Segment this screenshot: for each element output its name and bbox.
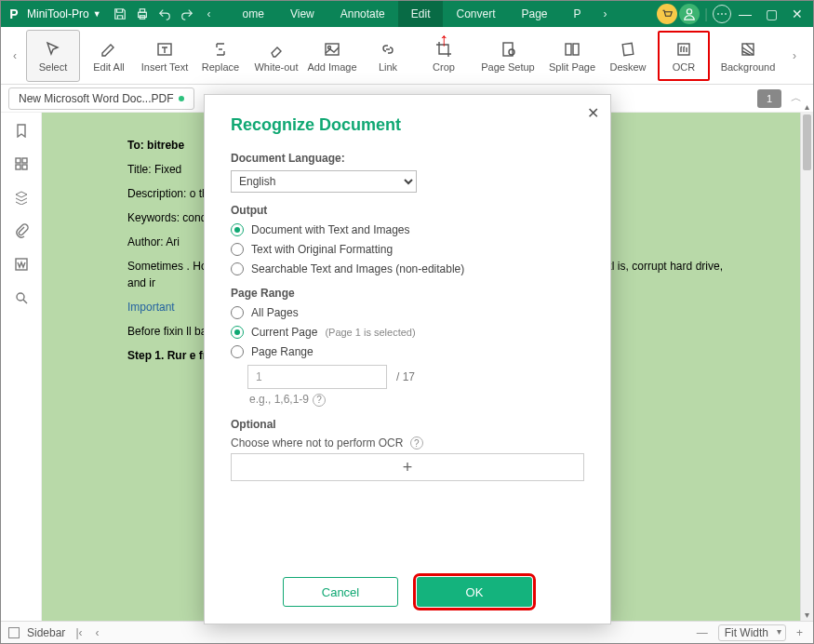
edit-icon bbox=[99, 39, 119, 60]
range-custom[interactable]: Page Range bbox=[231, 345, 584, 358]
eraser-icon bbox=[266, 39, 287, 60]
lang-select[interactable]: English bbox=[231, 170, 417, 193]
svg-rect-15 bbox=[22, 158, 27, 163]
radio-icon bbox=[231, 223, 244, 236]
close-button[interactable]: ✕ bbox=[785, 5, 809, 23]
radio-icon bbox=[231, 243, 244, 256]
page-range-input[interactable] bbox=[247, 365, 387, 389]
user-icon[interactable] bbox=[679, 4, 700, 24]
help-icon[interactable]: ? bbox=[313, 394, 326, 407]
tab-edit[interactable]: Edit bbox=[398, 1, 444, 27]
redo-icon[interactable] bbox=[178, 5, 196, 23]
replace-button[interactable]: Replace bbox=[194, 31, 247, 81]
crop-button[interactable]: Crop bbox=[418, 31, 470, 81]
thumbnails-icon[interactable] bbox=[11, 154, 32, 174]
image-icon bbox=[322, 39, 342, 60]
bookmark-icon[interactable] bbox=[11, 120, 32, 141]
radio-icon bbox=[231, 326, 244, 339]
search-icon[interactable] bbox=[11, 288, 32, 308]
app-logo-icon: P bbox=[5, 5, 23, 23]
cart-icon[interactable] bbox=[657, 4, 677, 24]
toolbar-scroll-left[interactable]: ‹ bbox=[7, 37, 23, 74]
vertical-scrollbar[interactable]: ▴ ▾ bbox=[800, 113, 813, 621]
zoom-select[interactable]: Fit Width bbox=[718, 624, 786, 641]
output-opt-0[interactable]: Document with Text and Images bbox=[231, 223, 584, 236]
select-button[interactable]: Select bbox=[27, 31, 79, 81]
svg-point-19 bbox=[17, 293, 24, 301]
background-icon bbox=[738, 39, 758, 60]
help-icon[interactable]: ? bbox=[410, 436, 423, 449]
app-title: MiniTool-Pro bbox=[27, 7, 89, 20]
document-tab[interactable]: New Microsoft Word Doc...PDF bbox=[8, 87, 194, 110]
zoom-in-icon[interactable]: + bbox=[794, 626, 806, 639]
range-example: e.g., 1,6,1-9? bbox=[249, 393, 584, 407]
split-page-button[interactable]: Split Page bbox=[546, 31, 598, 81]
add-image-button[interactable]: Add Image bbox=[306, 31, 358, 81]
tab-home[interactable]: ome bbox=[230, 1, 277, 27]
app-title-dropdown-icon[interactable]: ▼ bbox=[93, 9, 101, 19]
background-button[interactable]: Background bbox=[714, 31, 782, 81]
save-icon[interactable] bbox=[111, 5, 129, 23]
attachment-icon[interactable] bbox=[11, 221, 32, 241]
print-icon[interactable] bbox=[133, 5, 152, 23]
edit-all-button[interactable]: Edit All bbox=[83, 31, 135, 81]
output-opt-1[interactable]: Text with Original Formatting bbox=[231, 243, 584, 256]
minimize-button[interactable]: — bbox=[733, 5, 757, 23]
tab-page[interactable]: Page bbox=[509, 1, 561, 27]
white-out-button[interactable]: White-out bbox=[250, 31, 302, 81]
dialog-close-button[interactable]: ✕ bbox=[587, 104, 599, 122]
add-region-button[interactable]: + bbox=[231, 453, 584, 481]
tab-view[interactable]: View bbox=[277, 1, 327, 27]
svg-rect-16 bbox=[16, 165, 20, 169]
ok-button[interactable]: OK bbox=[417, 577, 532, 607]
scroll-down-icon[interactable]: ▾ bbox=[801, 608, 813, 621]
word-icon[interactable] bbox=[11, 254, 32, 275]
radio-icon bbox=[231, 345, 244, 358]
sidebar-label: Sidebar bbox=[27, 626, 65, 639]
tab-more[interactable]: P bbox=[561, 1, 594, 27]
insert-text-button[interactable]: Insert Text bbox=[139, 31, 191, 81]
layers-icon[interactable] bbox=[11, 187, 32, 208]
sidebar-checkbox[interactable] bbox=[8, 627, 20, 638]
zoom-out-icon[interactable]: — bbox=[694, 626, 711, 639]
svg-point-3 bbox=[687, 9, 691, 14]
chat-icon[interactable]: ⋯ bbox=[713, 5, 731, 23]
scrollbar-thumb[interactable] bbox=[803, 114, 811, 170]
link-button[interactable]: Link bbox=[362, 31, 414, 81]
svg-rect-9 bbox=[566, 44, 571, 55]
cancel-button[interactable]: Cancel bbox=[283, 577, 398, 607]
crop-icon bbox=[434, 39, 454, 60]
unsaved-dot-icon bbox=[179, 96, 184, 101]
tab-convert[interactable]: Convert bbox=[443, 1, 508, 27]
svg-rect-14 bbox=[16, 158, 20, 163]
output-label: Output bbox=[231, 204, 584, 217]
tab-annotate[interactable]: Annotate bbox=[327, 1, 398, 27]
output-opt-2[interactable]: Searchable Text and Images (non-editable… bbox=[231, 262, 584, 275]
optional-text: Choose where not to perform OCR ? bbox=[231, 436, 584, 450]
svg-rect-1 bbox=[140, 9, 144, 13]
document-tab-label: New Microsoft Word Doc...PDF bbox=[19, 92, 173, 105]
edit-toolbar: ‹ Select Edit All Insert Text Replace Wh… bbox=[1, 27, 813, 85]
undo-icon[interactable] bbox=[155, 5, 174, 23]
first-page-icon[interactable]: |‹ bbox=[73, 626, 85, 639]
prev-page-icon[interactable]: ‹ bbox=[93, 626, 102, 639]
range-current[interactable]: Current Page(Page 1 is selected) bbox=[231, 326, 584, 339]
page-setup-button[interactable]: Page Setup bbox=[474, 31, 542, 81]
page-setup-icon bbox=[498, 39, 518, 60]
ocr-button[interactable]: OCR bbox=[658, 31, 710, 81]
svg-point-8 bbox=[509, 49, 514, 55]
toolbar-scroll-right[interactable]: › bbox=[786, 37, 803, 74]
radio-icon bbox=[231, 262, 244, 275]
menu-left-icon[interactable]: ‹ bbox=[200, 5, 219, 23]
lang-label: Document Language: bbox=[231, 152, 584, 165]
split-icon bbox=[562, 39, 582, 60]
scroll-up-icon[interactable]: ▴ bbox=[801, 100, 813, 113]
dialog-title: Recognize Document bbox=[231, 115, 584, 135]
page-badge: 1 bbox=[757, 89, 781, 108]
range-all[interactable]: All Pages bbox=[231, 306, 584, 319]
deskew-button[interactable]: Deskew bbox=[602, 31, 654, 81]
cursor-icon bbox=[43, 39, 63, 60]
maximize-button[interactable]: ▢ bbox=[759, 5, 783, 23]
menu-right-icon[interactable]: › bbox=[596, 5, 615, 23]
svg-rect-18 bbox=[16, 259, 27, 270]
